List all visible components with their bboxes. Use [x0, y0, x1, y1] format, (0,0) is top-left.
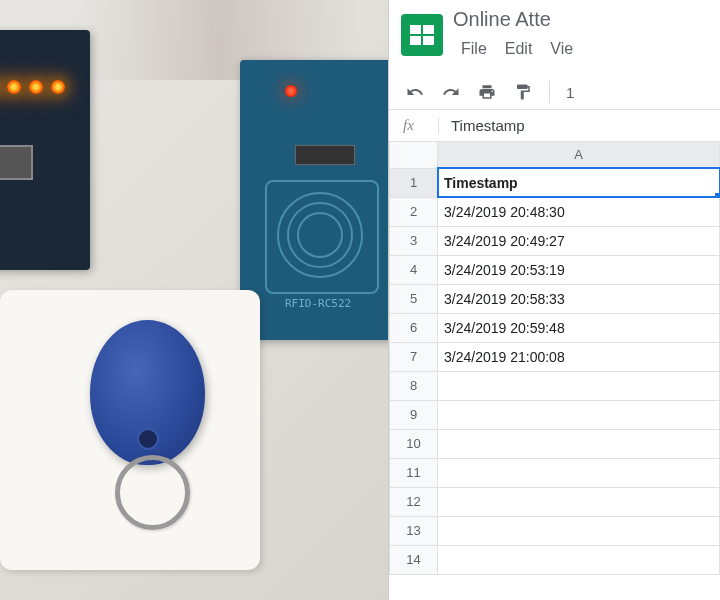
rfid-power-led	[285, 85, 297, 97]
rfid-reader-module: RFID-RC522	[240, 60, 388, 340]
row-header-5[interactable]: 5	[390, 284, 438, 313]
cell-A3[interactable]: 3/24/2019 20:49:27	[438, 226, 720, 255]
row-header-2[interactable]: 2	[390, 197, 438, 226]
rfid-header-pins	[295, 145, 355, 165]
row-header-1[interactable]: 1	[390, 168, 438, 197]
row-header-11[interactable]: 11	[390, 458, 438, 487]
fx-label: fx	[389, 117, 439, 134]
row-header-7[interactable]: 7	[390, 342, 438, 371]
document-title[interactable]: Online Atte	[453, 8, 720, 31]
cell-A1[interactable]: Timestamp	[438, 168, 720, 197]
cell-A10[interactable]	[438, 429, 720, 458]
sheets-header: Online Atte File Edit Vie	[389, 0, 720, 61]
cell-A4[interactable]: 3/24/2019 20:53:19	[438, 255, 720, 284]
hardware-photo: RFID-RC522	[0, 0, 388, 600]
cell-A12[interactable]	[438, 487, 720, 516]
row-header-13[interactable]: 13	[390, 516, 438, 545]
cell-A8[interactable]	[438, 371, 720, 400]
row-header-14[interactable]: 14	[390, 545, 438, 574]
cell-A14[interactable]	[438, 545, 720, 574]
undo-icon[interactable]	[405, 82, 425, 102]
paint-format-icon[interactable]	[513, 82, 533, 102]
row-header-10[interactable]: 10	[390, 429, 438, 458]
status-led	[29, 80, 43, 94]
rfid-keyfob	[90, 320, 205, 465]
row-header-3[interactable]: 3	[390, 226, 438, 255]
menu-edit[interactable]: Edit	[497, 37, 541, 61]
fill-handle[interactable]	[715, 193, 720, 198]
cell-A2[interactable]: 3/24/2019 20:48:30	[438, 197, 720, 226]
print-icon[interactable]	[477, 82, 497, 102]
google-sheets-icon[interactable]	[401, 14, 443, 56]
column-header-A[interactable]: A	[438, 142, 720, 168]
row-header-8[interactable]: 8	[390, 371, 438, 400]
cell-A13[interactable]	[438, 516, 720, 545]
spreadsheet-grid[interactable]: A 1Timestamp23/24/2019 20:48:3033/24/201…	[389, 142, 720, 575]
sd-card-slot	[0, 145, 33, 180]
toolbar-separator	[549, 81, 550, 103]
formula-bar: fx Timestamp	[389, 110, 720, 142]
cell-A7[interactable]: 3/24/2019 21:00:08	[438, 342, 720, 371]
rfid-antenna	[265, 180, 375, 290]
menu-view[interactable]: Vie	[542, 37, 581, 61]
row-header-9[interactable]: 9	[390, 400, 438, 429]
select-all-corner[interactable]	[390, 142, 438, 168]
row-header-4[interactable]: 4	[390, 255, 438, 284]
status-led	[51, 80, 65, 94]
redo-icon[interactable]	[441, 82, 461, 102]
menu-bar: File Edit Vie	[453, 37, 720, 61]
rfid-board-label: RFID-RC522	[285, 297, 351, 310]
toolbar: 1	[389, 75, 720, 110]
formula-input[interactable]: Timestamp	[439, 117, 525, 134]
cell-A6[interactable]: 3/24/2019 20:59:48	[438, 313, 720, 342]
cell-A5[interactable]: 3/24/2019 20:58:33	[438, 284, 720, 313]
arduino-board	[0, 30, 90, 270]
cell-A11[interactable]	[438, 458, 720, 487]
row-header-12[interactable]: 12	[390, 487, 438, 516]
status-led	[7, 80, 21, 94]
google-sheets-window: Online Atte File Edit Vie 1 fx Timestamp	[388, 0, 720, 600]
row-header-6[interactable]: 6	[390, 313, 438, 342]
key-ring	[115, 455, 190, 530]
keyfob-hole	[137, 428, 159, 450]
zoom-level[interactable]: 1	[566, 84, 574, 101]
menu-file[interactable]: File	[453, 37, 495, 61]
cell-A9[interactable]	[438, 400, 720, 429]
